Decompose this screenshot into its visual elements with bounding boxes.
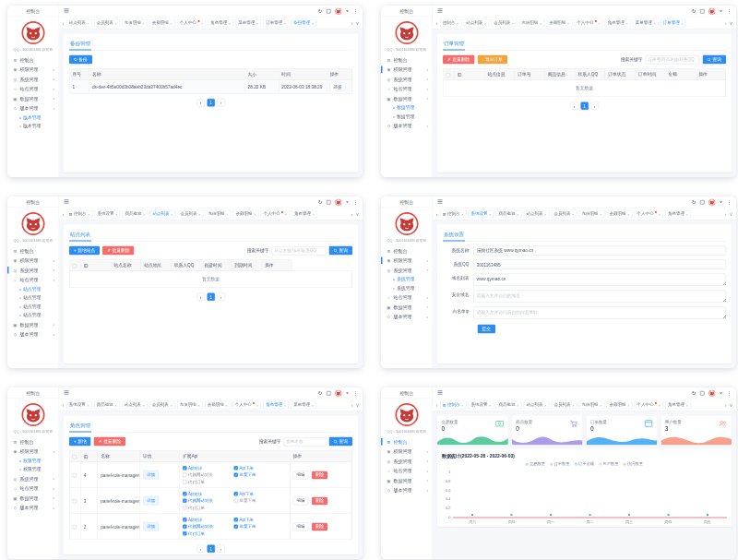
sidebar-menu-item[interactable]: ⊞ 控制台 <box>381 55 433 66</box>
permission-checkbox[interactable]: Api下单 <box>234 491 284 497</box>
sidebar-menu-item[interactable]: ◎ 系统管理 ▸ <box>7 266 59 276</box>
detail-button[interactable]: 详情 <box>143 522 159 531</box>
close-icon[interactable]: × <box>659 402 661 407</box>
search-input[interactable] <box>272 246 327 256</box>
close-icon[interactable]: × <box>312 20 314 25</box>
add-icon[interactable]: + 新增站点 <box>69 246 100 256</box>
tabs-scroll-right-icon[interactable]: › <box>351 211 353 217</box>
detail-button[interactable]: 详情 <box>143 496 159 506</box>
close-icon[interactable]: × <box>285 211 287 216</box>
tabs-dropdown-icon[interactable]: ∨ <box>729 211 733 218</box>
pagination-prev[interactable]: ‹ <box>196 545 205 554</box>
pagination-next[interactable]: › <box>217 99 225 107</box>
sidebar-menu-item[interactable]: ◉ 权限管理 ▸ <box>381 65 433 75</box>
pagination-prev[interactable]: ‹ <box>196 99 205 107</box>
close-icon[interactable]: × <box>685 402 687 407</box>
sidebar-submenu-item[interactable]: ▸ 权限管理 <box>7 465 59 474</box>
refresh-icon[interactable]: ↻ <box>318 390 323 396</box>
select-all-checkbox[interactable] <box>73 455 77 459</box>
tab[interactable]: 充值明细 × <box>206 209 232 218</box>
close-icon[interactable]: × <box>572 402 574 407</box>
edit-button[interactable]: 编辑 <box>293 471 309 479</box>
pagination-next[interactable]: › <box>590 102 599 111</box>
tab[interactable]: 订单管理 × <box>263 18 289 27</box>
sidebar-submenu-item[interactable]: ▸ 数据管理 <box>381 103 433 113</box>
tabs-dropdown-icon[interactable]: ∨ <box>729 402 733 409</box>
chevron-down-icon[interactable] <box>720 201 722 204</box>
tab[interactable]: 系统设置 × <box>469 400 494 409</box>
pagination-page[interactable]: 1 <box>580 102 589 111</box>
tab[interactable]: 余额明细 × <box>607 209 633 218</box>
tab[interactable]: 订单管理 × <box>661 18 686 27</box>
close-icon[interactable]: × <box>598 20 600 25</box>
pagination-prev[interactable]: ‹ <box>196 293 205 302</box>
avatar[interactable] <box>708 7 716 15</box>
permission-checkbox[interactable]: Api对接 <box>183 491 232 497</box>
text-field[interactable] <box>473 246 726 256</box>
tab[interactable]: 站点列表 × <box>524 400 550 409</box>
row-checkbox[interactable] <box>73 499 77 504</box>
collapse-menu-icon[interactable] <box>64 198 69 207</box>
close-icon[interactable]: × <box>256 402 258 407</box>
close-icon[interactable]: × <box>461 211 463 216</box>
tab[interactable]: 个人中心 × <box>635 400 663 409</box>
collapse-menu-icon[interactable] <box>437 389 443 398</box>
delete-icon[interactable]: ✗ 批量删除 <box>102 246 134 256</box>
avatar[interactable] <box>335 7 342 15</box>
tab[interactable]: 站点列表 × <box>122 400 148 409</box>
close-icon[interactable]: × <box>142 20 144 25</box>
pagination-page[interactable]: 1 <box>207 545 215 554</box>
permission-checkbox[interactable]: Api下单 <box>234 517 284 523</box>
sidebar-menu-item[interactable]: ⊞ 控制台 <box>381 246 433 256</box>
sidebar-menu-item[interactable]: ▣ 数据管理 ▸ <box>7 94 59 104</box>
tab[interactable]: ⊞ 控制台 × <box>440 400 467 409</box>
close-icon[interactable]: × <box>489 402 491 407</box>
tab[interactable]: 充值明细 × <box>579 209 605 218</box>
sidebar-menu-item[interactable]: ▣ 数据管理 ▸ <box>381 476 433 486</box>
close-icon[interactable]: × <box>114 20 116 25</box>
close-icon[interactable]: × <box>142 402 144 407</box>
sidebar-submenu-item[interactable]: ▸ 站点管理 <box>7 285 59 294</box>
more-options-icon[interactable]: ⋮ <box>727 199 732 205</box>
permission-checkbox[interactable]: Api下单 <box>234 465 284 471</box>
sidebar-menu-item[interactable]: ◎ 系统管理 ▸ <box>7 474 59 484</box>
avatar[interactable] <box>708 198 716 206</box>
pagination-prev[interactable]: ‹ <box>570 102 578 111</box>
close-icon[interactable]: × <box>567 20 569 25</box>
sidebar-submenu-item[interactable]: ▸ 版本管理 <box>7 113 59 123</box>
sidebar-menu-item[interactable]: ○ 站点管理 ▸ <box>381 292 433 303</box>
permission-checkbox[interactable]: Api对接 <box>183 517 232 523</box>
detail-button[interactable]: 详情 <box>143 471 159 480</box>
textarea-field[interactable]: www.qymao.cn <box>473 274 726 287</box>
close-icon[interactable]: × <box>517 211 518 216</box>
tab[interactable]: 商品概览 × <box>496 209 522 218</box>
sidebar-menu-item[interactable]: ○ 站点管理 ▸ <box>381 84 433 94</box>
fullscreen-icon[interactable] <box>700 9 705 14</box>
export-icon[interactable]: ↓ 导出订单 <box>477 55 507 65</box>
tab[interactable]: 角色管理 × <box>208 18 233 27</box>
tab[interactable]: 备份管理 × <box>291 18 316 27</box>
tab[interactable]: 个人中心 × <box>232 400 261 409</box>
tab[interactable]: 站点列表 × <box>66 18 92 27</box>
chevron-down-icon[interactable] <box>346 201 349 204</box>
close-icon[interactable]: × <box>284 402 286 407</box>
sidebar-submenu-item[interactable]: ▸ 系统管理 <box>381 275 433 284</box>
sidebar-menu-item[interactable]: ○ 站点管理 ▸ <box>7 483 59 494</box>
close-icon[interactable]: × <box>170 402 172 407</box>
sidebar-submenu-item[interactable]: ▸ 站点管理 <box>7 293 59 303</box>
textarea-field[interactable] <box>473 291 726 304</box>
permission-checkbox[interactable]: 代付订单 <box>183 479 232 485</box>
fullscreen-icon[interactable] <box>327 200 331 205</box>
tabs-scroll-right-icon[interactable]: › <box>351 20 353 26</box>
tab[interactable]: 个人中心 × <box>261 209 290 218</box>
fullscreen-icon[interactable] <box>327 391 331 396</box>
permission-checkbox[interactable]: 批量下单 <box>234 498 284 505</box>
close-icon[interactable]: × <box>544 211 546 216</box>
close-icon[interactable]: × <box>198 211 200 216</box>
sidebar-menu-item[interactable]: ◎ 系统管理 ▸ <box>7 75 59 85</box>
tab[interactable]: 角色管理 × <box>292 209 317 218</box>
close-icon[interactable]: × <box>572 211 574 216</box>
legend-item[interactable]: 用户数量 <box>600 461 619 467</box>
legend-item[interactable]: 访问数量 <box>624 461 643 467</box>
tab[interactable]: 会员列表 × <box>94 18 120 27</box>
